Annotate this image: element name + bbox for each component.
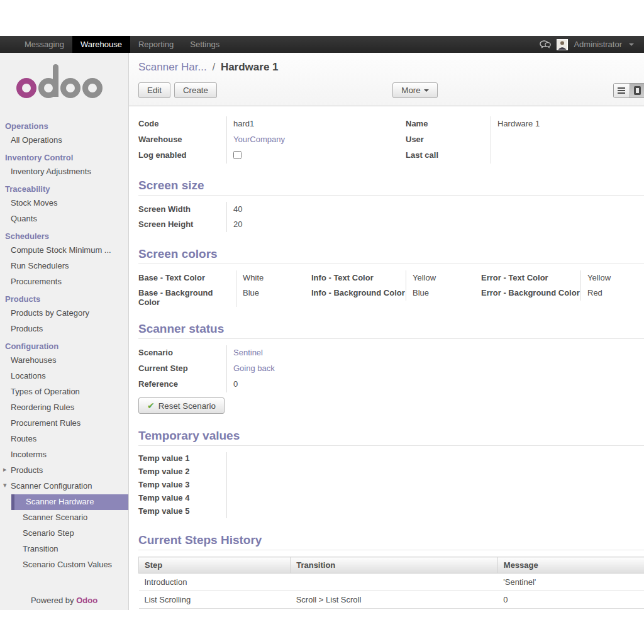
logo-d bbox=[38, 78, 58, 98]
sidebar-item-scenario-step[interactable]: Scenario Step bbox=[0, 526, 128, 541]
sidebar-item-reordering-rules[interactable]: Reordering Rules bbox=[0, 400, 128, 416]
sidebar-item-types-of-operation[interactable]: Types of Operation bbox=[0, 384, 128, 400]
table-row[interactable]: Going back List Scroll > Back '' bbox=[139, 609, 644, 611]
field-label-warehouse: Warehouse bbox=[138, 132, 226, 144]
nav-item-messaging[interactable]: Messaging bbox=[16, 36, 72, 53]
more-button[interactable]: More bbox=[392, 82, 437, 98]
main-panel: Scanner Har... / Hardware 1 Edit Create … bbox=[129, 53, 644, 610]
field-value-name: Hardware 1 bbox=[491, 116, 644, 132]
sidebar-section-products: Products bbox=[0, 290, 128, 306]
sidebar-item-products[interactable]: Products bbox=[0, 321, 128, 337]
app-body: Operations All Operations Inventory Cont… bbox=[0, 53, 644, 610]
breadcrumb: Scanner Har... / Hardware 1 bbox=[138, 61, 644, 74]
field-label-temp-value-3: Temp value 3 bbox=[138, 479, 226, 489]
column-header-transition[interactable]: Transition bbox=[291, 557, 498, 574]
chevron-down-icon[interactable] bbox=[629, 43, 634, 46]
messages-icon[interactable] bbox=[540, 40, 551, 49]
column-header-message[interactable]: Message bbox=[497, 557, 644, 574]
cell-message: 'Sentinel' bbox=[497, 574, 644, 591]
cell-step: Introduction bbox=[139, 574, 291, 591]
logo-o2 bbox=[60, 78, 80, 98]
section-title-current-steps-history: Current Steps History bbox=[138, 533, 644, 550]
field-value-error-text-color: Yellow bbox=[580, 270, 644, 286]
field-label-info-text-color: Info - Text Color bbox=[311, 270, 406, 282]
odoo-brand-link[interactable]: Odoo bbox=[76, 596, 97, 605]
column-header-step[interactable]: Step bbox=[139, 557, 291, 574]
sidebar-item-label: Products bbox=[11, 465, 43, 475]
sidebar-item-products-config[interactable]: ▸ Products bbox=[0, 463, 128, 479]
sidebar-item-quants[interactable]: Quants bbox=[0, 211, 128, 227]
view-header: Scanner Har... / Hardware 1 Edit Create … bbox=[129, 53, 644, 106]
field-value-temp-value-1 bbox=[226, 452, 390, 465]
field-value-current-step-link[interactable]: Going back bbox=[233, 364, 275, 373]
field-value-code: hard1 bbox=[226, 116, 390, 132]
edit-button[interactable]: Edit bbox=[138, 82, 170, 98]
field-label-base-bg-color: Base - Background Color bbox=[138, 286, 236, 307]
list-view-icon bbox=[618, 87, 625, 94]
table-row[interactable]: Introduction 'Sentinel' bbox=[139, 574, 644, 591]
create-button[interactable]: Create bbox=[174, 82, 217, 98]
field-label-last-call: Last call bbox=[406, 148, 491, 160]
field-value-scenario-link[interactable]: Sentinel bbox=[233, 348, 263, 357]
nav-item-warehouse[interactable]: Warehouse bbox=[72, 36, 130, 53]
sidebar-item-run-schedulers[interactable]: Run Schedulers bbox=[0, 258, 128, 274]
form-sheet: Code hard1 Warehouse YourCompany Log ena… bbox=[129, 106, 644, 610]
sidebar-item-compute-stock-minimum[interactable]: Compute Stock Minimum ... bbox=[0, 243, 128, 258]
sidebar-item-procurement-rules[interactable]: Procurement Rules bbox=[0, 416, 128, 431]
sidebar-item-all-operations[interactable]: All Operations bbox=[0, 133, 128, 148]
record-fields: Code hard1 Warehouse YourCompany Log ena… bbox=[138, 116, 644, 164]
sidebar-item-scenario-custom-values[interactable]: Scenario Custom Values bbox=[0, 557, 128, 573]
scanner-status-fields: Scenario Sentinel Current Step Going bac… bbox=[138, 345, 390, 392]
sidebar-item-transition[interactable]: Transition bbox=[0, 541, 128, 557]
sidebar-item-stock-moves[interactable]: Stock Moves bbox=[0, 196, 128, 211]
cell-message: '' bbox=[497, 609, 644, 611]
sidebar-item-routes[interactable]: Routes bbox=[0, 431, 128, 447]
field-label-screen-width: Screen Width bbox=[138, 202, 226, 214]
form-view-icon bbox=[634, 86, 641, 95]
form-view-button[interactable] bbox=[630, 84, 644, 97]
cell-transition: Scroll > List Scroll bbox=[291, 591, 498, 609]
field-value-warehouse-link[interactable]: YourCompany bbox=[233, 135, 285, 144]
table-row[interactable]: List Scrolling Scroll > List Scroll 0 bbox=[139, 591, 644, 609]
field-value-last-call bbox=[491, 148, 644, 164]
chevron-right-icon[interactable]: ▸ bbox=[3, 465, 7, 474]
sidebar-item-locations[interactable]: Locations bbox=[0, 369, 128, 384]
top-navbar: Messaging Warehouse Reporting Settings A… bbox=[0, 36, 644, 53]
field-label-scenario: Scenario bbox=[138, 345, 226, 357]
temporary-values-fields: Temp value 1 Temp value 2 Temp value 3 T… bbox=[138, 452, 390, 518]
field-value-reference: 0 bbox=[226, 377, 390, 392]
reset-scenario-button[interactable]: ✔Reset Scenario bbox=[138, 397, 225, 414]
field-label-name: Name bbox=[406, 116, 491, 128]
current-user-label[interactable]: Administrator bbox=[574, 40, 622, 49]
nav-item-settings[interactable]: Settings bbox=[182, 36, 228, 53]
sidebar-item-warehouses[interactable]: Warehouses bbox=[0, 353, 128, 369]
reset-scenario-label: Reset Scenario bbox=[158, 401, 216, 411]
field-label-code: Code bbox=[138, 116, 226, 128]
user-avatar[interactable] bbox=[557, 39, 568, 50]
breadcrumb-parent[interactable]: Scanner Har... bbox=[138, 61, 207, 73]
field-label-temp-value-1: Temp value 1 bbox=[138, 452, 226, 463]
field-value-screen-width: 40 bbox=[226, 202, 390, 217]
list-view-button[interactable] bbox=[614, 84, 630, 97]
toolbar: Edit Create More bbox=[138, 82, 644, 98]
sidebar-item-scanner-configuration[interactable]: ▾ Scanner Configuration bbox=[0, 479, 128, 494]
sidebar: Operations All Operations Inventory Cont… bbox=[0, 53, 129, 610]
sidebar-item-scanner-hardware[interactable]: Scanner Hardware bbox=[11, 494, 128, 510]
field-value-user bbox=[491, 132, 644, 148]
field-value-temp-value-3 bbox=[226, 479, 390, 492]
sidebar-item-scanner-scenario[interactable]: Scanner Scenario bbox=[0, 510, 128, 526]
sidebar-item-procurements[interactable]: Procurements bbox=[0, 274, 128, 290]
chevron-down-icon[interactable]: ▾ bbox=[3, 481, 7, 489]
log-enabled-checkbox[interactable] bbox=[233, 151, 242, 159]
sidebar-item-products-by-category[interactable]: Products by Category bbox=[0, 306, 128, 321]
field-label-reference: Reference bbox=[138, 377, 226, 389]
sidebar-item-incoterms[interactable]: Incoterms bbox=[0, 447, 128, 463]
page-bottom-margin bbox=[0, 610, 644, 644]
view-switcher bbox=[613, 83, 644, 98]
sidebar-item-inventory-adjustments[interactable]: Inventory Adjustments bbox=[0, 164, 128, 180]
breadcrumb-separator: / bbox=[209, 61, 218, 73]
nav-item-reporting[interactable]: Reporting bbox=[130, 36, 182, 53]
section-title-scanner-status: Scanner status bbox=[138, 322, 644, 339]
cell-step: Going back bbox=[139, 609, 291, 611]
section-title-temporary-values: Temporary values bbox=[138, 429, 644, 446]
